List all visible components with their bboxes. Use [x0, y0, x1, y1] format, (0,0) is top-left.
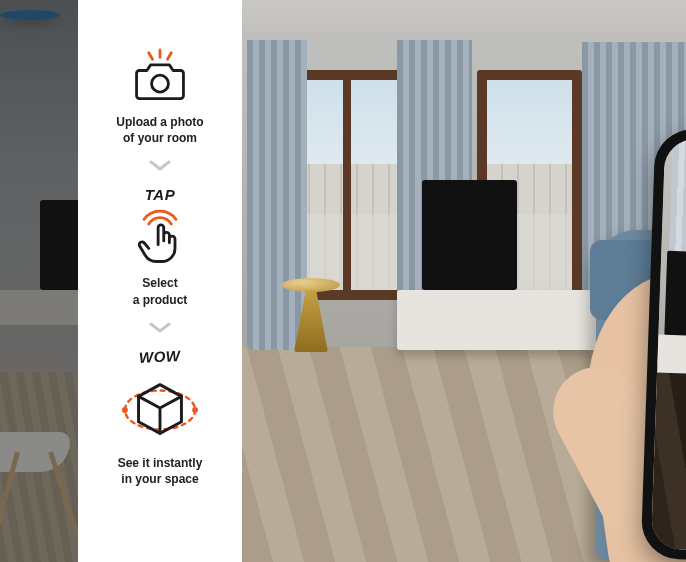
svg-line-1 — [149, 53, 153, 60]
step-select: TAP Select a product — [130, 186, 190, 307]
svg-line-2 — [167, 53, 171, 60]
tap-hand-icon — [130, 209, 190, 269]
svg-point-5 — [122, 407, 128, 413]
tap-badge: TAP — [145, 186, 175, 203]
chevron-down-icon — [149, 160, 171, 172]
phone-screen-ar-preview — [651, 139, 686, 556]
room-photo-main — [242, 0, 686, 562]
hand-holding-phone — [572, 152, 686, 562]
svg-point-3 — [152, 75, 169, 92]
step-upload-label: Upload a photo of your room — [116, 114, 203, 146]
wow-badge: WOW — [139, 347, 181, 366]
dim-overlay — [0, 0, 78, 562]
camera-icon — [130, 48, 190, 108]
phone-mockup — [641, 128, 686, 562]
steps-panel: Upload a photo of your room TAP — [78, 0, 242, 562]
step-see-label: See it instantly in your space — [118, 455, 203, 487]
ar-cube-icon — [121, 371, 199, 449]
chevron-down-icon — [149, 322, 171, 334]
step-upload: Upload a photo of your room — [116, 48, 203, 146]
step-see: WOW See it instantly in your space — [118, 348, 203, 487]
svg-point-6 — [192, 407, 198, 413]
ar-visualizer-promo: Upload a photo of your room TAP — [0, 0, 686, 562]
step-select-label: Select a product — [133, 275, 188, 307]
